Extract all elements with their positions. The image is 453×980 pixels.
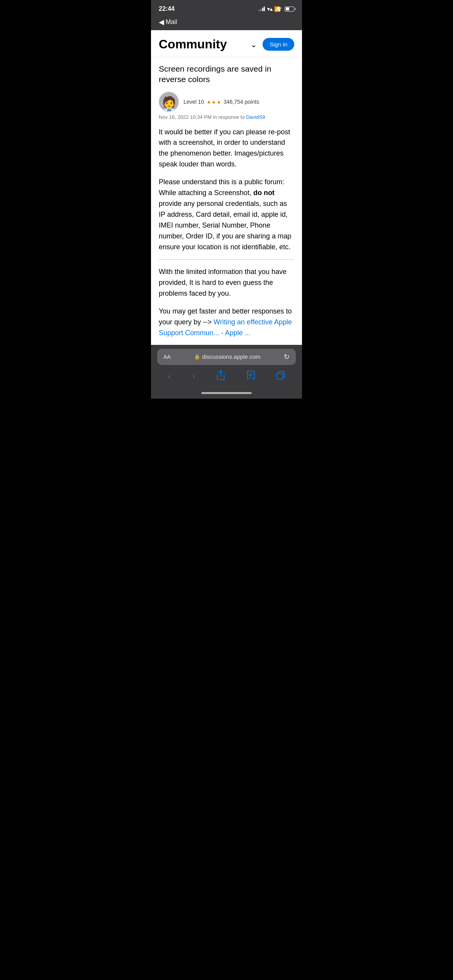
header-actions: ⌄ Sign in: [251, 38, 294, 51]
body-paragraph-1: It would be better if you can please re-…: [159, 127, 294, 170]
lock-icon: 🔒: [194, 354, 200, 360]
response-to-link[interactable]: DavidS9: [246, 114, 265, 120]
post-title: Screen recordings are saved in reverse c…: [159, 63, 294, 85]
address-center: 🔒 discussions.apple.com: [194, 353, 261, 360]
browser-share-button[interactable]: [213, 369, 229, 384]
svg-rect-1: [277, 373, 283, 379]
signal-icon: [259, 7, 265, 11]
browser-tabs-button[interactable]: [273, 370, 289, 384]
level-badge: Level 10: [184, 99, 204, 105]
body2-bold: do not: [253, 189, 275, 197]
browser-back-button[interactable]: ‹: [164, 370, 175, 383]
page-title: Community: [159, 37, 227, 51]
post-body: It would be better if you can please re-…: [159, 127, 294, 339]
font-size-control[interactable]: AA: [163, 354, 171, 360]
address-text: discussions.apple.com: [202, 353, 261, 360]
home-bar: [201, 392, 252, 394]
sign-in-button[interactable]: Sign in: [263, 38, 294, 51]
main-content: Community ⌄ Sign in Screen recordings ar…: [151, 30, 302, 345]
author-level-points: Level 10 ▲▲▲ 346,754 points: [184, 99, 259, 105]
author-row: 🧑‍💼 Level 10 ▲▲▲ 346,754 points: [159, 92, 294, 112]
back-label: Mail: [166, 19, 177, 26]
points-icon: ▲▲▲: [206, 99, 221, 105]
post-container: Screen recordings are saved in reverse c…: [151, 57, 302, 345]
status-icons: ▾▴ 📶: [259, 6, 294, 12]
address-bar-left: AA: [163, 354, 171, 360]
back-navigation[interactable]: ◀ Mail: [151, 16, 302, 30]
back-chevron-icon: ◀: [159, 18, 164, 26]
dropdown-chevron-icon[interactable]: ⌄: [251, 40, 257, 49]
page-header: Community ⌄ Sign in: [151, 30, 302, 57]
body2-end: provide any personal credentials, such a…: [159, 200, 291, 251]
body-paragraph-2: Please understand this is a public forum…: [159, 177, 294, 252]
browser-forward-button[interactable]: ›: [189, 370, 199, 383]
content-divider: [159, 259, 294, 260]
points-text: 346,754 points: [224, 99, 259, 105]
avatar-image: 🧑‍💼: [160, 97, 178, 111]
post-date: Nov 16, 2022 10:34 PM in response to: [159, 114, 246, 120]
browser-nav-bar: ‹ ›: [157, 365, 296, 387]
home-indicator: [151, 390, 302, 399]
browser-toolbar: AA 🔒 discussions.apple.com ↻ ‹ ›: [151, 345, 302, 390]
bookmarks-icon: [247, 370, 255, 380]
battery-icon: [285, 7, 294, 12]
body-paragraph-3: With the limited information that you ha…: [159, 267, 294, 299]
wifi-icon: [276, 7, 282, 12]
status-bar: 22:44 ▾▴ 📶: [151, 0, 302, 16]
avatar: 🧑‍💼: [159, 92, 179, 112]
status-time: 22:44: [159, 5, 175, 12]
browser-bookmarks-button[interactable]: [243, 369, 259, 384]
post-meta: Nov 16, 2022 10:34 PM in response to Dav…: [159, 114, 294, 120]
body-paragraph-4: You may get faster and better responses …: [159, 306, 294, 339]
share-icon: [216, 370, 225, 380]
tabs-icon: [276, 371, 285, 380]
address-bar[interactable]: AA 🔒 discussions.apple.com ↻: [157, 349, 296, 365]
author-meta: Level 10 ▲▲▲ 346,754 points: [184, 99, 259, 105]
reload-icon[interactable]: ↻: [284, 353, 290, 361]
